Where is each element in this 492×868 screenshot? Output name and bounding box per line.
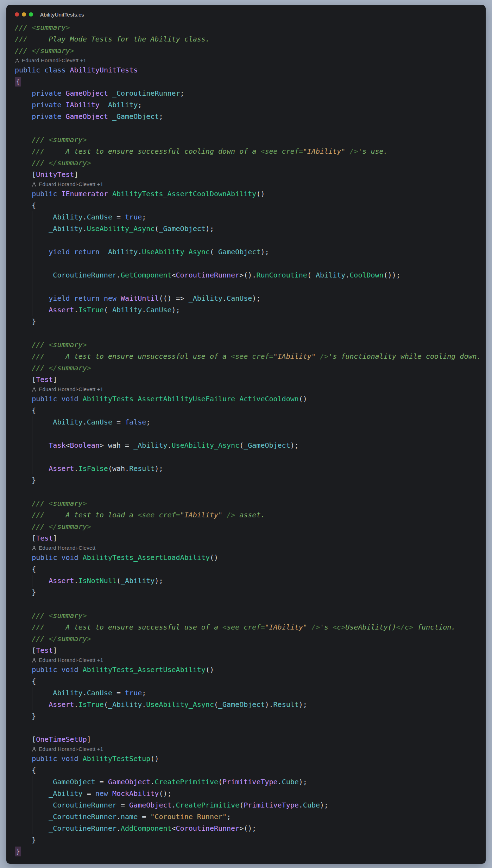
blank-line[interactable] [15, 451, 481, 463]
token: _Ability [49, 418, 82, 426]
code-line[interactable]: yield return _Ability.UseAbility_Async(_… [15, 246, 481, 258]
token: () [256, 190, 265, 198]
codelens[interactable]: Eduard Horandi-Clevett +1 [15, 745, 481, 753]
code-line[interactable]: /// </summary> [15, 633, 481, 645]
code-line[interactable]: public void AbilityTests_AssertAbilityUs… [15, 393, 481, 405]
code-line[interactable]: } [15, 474, 481, 486]
blank-line[interactable] [15, 486, 481, 498]
code-line[interactable]: _Ability.CanUse = true; [15, 687, 481, 699]
token: ; [146, 418, 150, 426]
blank-line[interactable] [15, 258, 481, 269]
code-line[interactable]: private GameObject _CoroutineRunner; [15, 88, 481, 99]
code-line[interactable]: _CoroutineRunner.GetComponent<CoroutineR… [15, 269, 481, 281]
code-line[interactable]: { [15, 563, 481, 575]
codelens[interactable]: Eduard Horandi-Clevett [15, 544, 481, 552]
close-button[interactable] [15, 12, 19, 17]
blank-line[interactable] [15, 281, 481, 293]
code-line[interactable]: [Test] [15, 532, 481, 544]
token: > [341, 623, 345, 631]
blank-line[interactable] [15, 122, 481, 134]
code-line[interactable]: Assert.IsFalse(wah.Result); [15, 463, 481, 474]
code-line[interactable]: _CoroutineRunner = GameObject.CreatePrim… [15, 799, 481, 811]
code-line[interactable]: [Test] [15, 374, 481, 385]
token: ; [180, 89, 184, 97]
code-line[interactable]: Assert.IsTrue(_Ability.UseAbility_Async(… [15, 699, 481, 710]
minimize-button[interactable] [22, 12, 26, 17]
blank-line[interactable] [15, 598, 481, 610]
code-line[interactable]: public void AbilityTests_AssertLoadAbili… [15, 552, 481, 563]
indent-guide [32, 416, 32, 428]
code-line[interactable]: _CoroutineRunner.AddComponent<CoroutineR… [15, 823, 481, 834]
code-line[interactable]: /// Play Mode Tests for the Ability clas… [15, 33, 481, 45]
token: _Ability [49, 789, 82, 798]
code-line[interactable]: /// </summary> [15, 521, 481, 532]
token: false [125, 418, 146, 426]
code-line[interactable]: _CoroutineRunner.name = "Coroutine Runne… [15, 811, 481, 823]
code-line[interactable]: { [15, 405, 481, 416]
code-line[interactable]: Assert.IsNotNull(_Ability); [15, 575, 481, 587]
codelens[interactable]: Eduard Horandi-Clevett +1 [15, 385, 481, 393]
code-line[interactable]: /// </summary> [15, 362, 481, 374]
code-line[interactable]: Task<Boolean> wah = _Ability.UseAbility_… [15, 440, 481, 451]
code-line[interactable]: { [15, 76, 481, 88]
code-line[interactable]: /// </summary> [15, 157, 481, 169]
token: ( [239, 441, 244, 449]
token: IsTrue [78, 306, 104, 314]
code-line[interactable]: /// <summary> [15, 610, 481, 621]
code-line[interactable]: /// A test to ensure successful cooling … [15, 146, 481, 157]
token [15, 754, 32, 763]
code-line[interactable]: [UnityTest] [15, 169, 481, 180]
code-line[interactable]: _GameObject = GameObject.CreatePrimitive… [15, 776, 481, 788]
code-line[interactable]: public void AbilityTestSetup() [15, 753, 481, 765]
token: Test [36, 534, 53, 542]
code-line[interactable]: /// A test to load a <see cref="IAbility… [15, 509, 481, 521]
token: . [345, 271, 349, 279]
codelens[interactable]: Eduard Horandi-Clevett +1 [15, 180, 481, 188]
token: . [83, 213, 87, 221]
code-line[interactable]: } [15, 316, 481, 327]
maximize-button[interactable] [29, 12, 33, 17]
token [78, 553, 83, 562]
code-line[interactable]: Assert.IsTrue(_Ability.CanUse); [15, 304, 481, 316]
token: /// [15, 159, 49, 167]
code-line[interactable]: [Test] [15, 645, 481, 656]
code-line[interactable]: } [15, 834, 481, 846]
code-editor[interactable]: /// <summary>/// Play Mode Tests for the… [6, 20, 486, 864]
blank-line[interactable] [15, 327, 481, 339]
codelens[interactable]: Eduard Horandi-Clevett +1 [15, 57, 481, 64]
code-line[interactable]: public void AbilityTests_AssertUseAbilit… [15, 664, 481, 676]
blank-line[interactable] [15, 428, 481, 440]
code-line[interactable]: } [15, 846, 481, 857]
code-line[interactable]: { [15, 765, 481, 776]
code-line[interactable]: private GameObject _GameObject; [15, 111, 481, 122]
token: ); [252, 294, 260, 302]
codelens[interactable]: Eduard Horandi-Clevett +1 [15, 656, 481, 664]
code-line[interactable]: /// <summary> [15, 339, 481, 351]
token: (wah. [108, 464, 129, 473]
code-line[interactable]: } [15, 587, 481, 598]
code-line[interactable]: _Ability.CanUse = true; [15, 211, 481, 223]
code-line[interactable]: public class AbilityUnitTests [15, 64, 481, 76]
code-line[interactable]: yield return new WaitUntil(() => _Abilit… [15, 293, 481, 304]
token: ( [154, 224, 159, 233]
code-line[interactable]: /// A test to ensure unsuccessful use of… [15, 351, 481, 362]
code-line[interactable]: private IAbility _Ability; [15, 99, 481, 111]
code-line[interactable]: } [15, 710, 481, 722]
blank-line[interactable] [15, 235, 481, 246]
code-line[interactable]: _Ability.CanUse = false; [15, 416, 481, 428]
token: ( [210, 248, 214, 256]
code-line[interactable]: /// A test to ensure successful use of a… [15, 621, 481, 633]
code-line[interactable]: /// <summary> [15, 22, 481, 33]
code-line[interactable]: [OneTimeSetUp] [15, 734, 481, 745]
blank-line[interactable] [15, 722, 481, 734]
token: _Ability [121, 576, 154, 585]
code-line[interactable]: public IEnumerator AbilityTests_AssertCo… [15, 188, 481, 200]
token: AbilityTests_AssertCoolDownAbility [112, 190, 256, 198]
code-line[interactable]: _Ability.UseAbility_Async(_GameObject); [15, 223, 481, 235]
code-line[interactable]: /// <summary> [15, 134, 481, 146]
code-line[interactable]: /// <summary> [15, 498, 481, 509]
code-line[interactable]: /// </summary> [15, 45, 481, 57]
code-line[interactable]: { [15, 676, 481, 687]
code-line[interactable]: { [15, 200, 481, 211]
code-line[interactable]: _Ability = new MockAbility(); [15, 788, 481, 799]
